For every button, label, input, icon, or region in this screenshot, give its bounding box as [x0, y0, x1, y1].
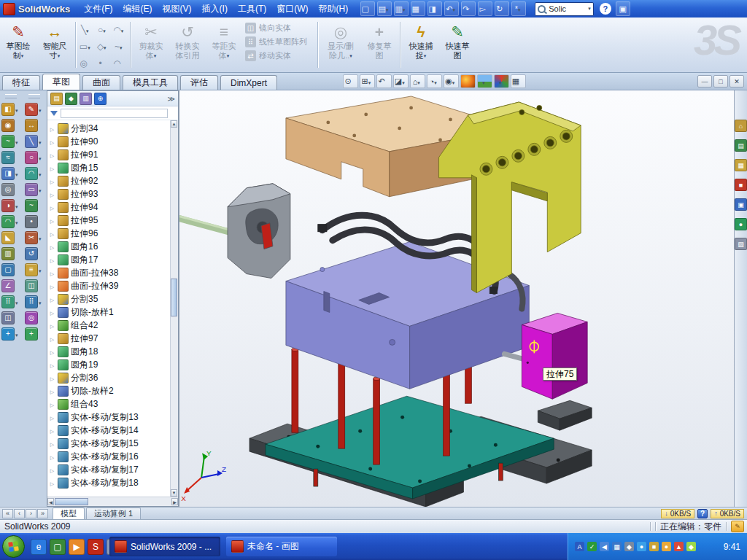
offset-entities-button[interactable]: ≡ 等距实 体▾	[206, 19, 242, 71]
propertymanager-tab-icon[interactable]: ◆	[65, 93, 77, 105]
feature-tree-item[interactable]: 拉伸97	[49, 332, 170, 345]
expand-arrow-icon[interactable]	[49, 333, 55, 343]
expand-arrow-icon[interactable]	[49, 281, 55, 291]
feature-tree-item[interactable]: 拉伸93	[49, 187, 170, 201]
offset-entities-icon[interactable]: ≡	[25, 263, 44, 276]
expand-arrow-icon[interactable]	[49, 307, 55, 317]
expand-arrow-icon[interactable]	[49, 123, 55, 133]
sketch-fillet-icon[interactable]: ◠	[112, 55, 128, 71]
swept-boss-icon[interactable]: ~	[1, 135, 20, 147]
scroll-down-arrow-icon[interactable]: ▼	[171, 489, 177, 497]
save-icon[interactable]: ▥	[394, 1, 409, 16]
fillet-icon[interactable]: ◠	[1, 215, 20, 228]
commandmanager-tab[interactable]: 评估	[180, 75, 218, 90]
menu-item[interactable]: 视图(V)	[158, 1, 197, 18]
section-view-icon[interactable]: ◪	[393, 74, 409, 88]
feature-tree-item[interactable]: 切除-放样1	[49, 306, 170, 319]
start-button[interactable]	[2, 535, 25, 558]
edit-appearance-icon[interactable]	[460, 74, 476, 88]
expand-arrow-icon[interactable]	[49, 163, 55, 173]
new-document-icon[interactable]: ▢	[360, 1, 375, 16]
edit-sketch-indicator-icon[interactable]: ✎	[731, 521, 744, 532]
rectangle-icon[interactable]: ▭	[25, 183, 44, 195]
feature-tree-item[interactable]: 曲面-拉伸38	[49, 266, 170, 279]
rapid-sketch-button[interactable]: ✎ 快速草 图	[439, 19, 476, 71]
feature-tree-item[interactable]: 拉伸92	[49, 174, 170, 187]
convert-entities-icon[interactable]: ↺	[25, 247, 44, 260]
document-tab[interactable]: 模型	[53, 508, 85, 519]
sketch-icon[interactable]: ✎	[25, 103, 44, 115]
expand-arrow-icon[interactable]	[49, 176, 55, 186]
undo-icon[interactable]: ↶	[444, 1, 459, 16]
expand-arrow-icon[interactable]	[49, 136, 55, 147]
feature-tree-item[interactable]: 圆角18	[49, 345, 170, 358]
shell-icon[interactable]: ▢	[1, 263, 20, 276]
expand-arrow-icon[interactable]	[49, 478, 55, 488]
feature-tree-item[interactable]: 组合43	[49, 397, 170, 411]
custom-properties-icon[interactable]: ▧	[735, 238, 747, 250]
hide-show-items-icon[interactable]: ◉	[444, 74, 459, 88]
ellipse-icon[interactable]: ◎	[78, 55, 94, 71]
expand-arrow-icon[interactable]	[49, 464, 55, 475]
featuremanager-tab-icon[interactable]: ▤	[50, 93, 63, 105]
scrollbar-thumb[interactable]	[171, 279, 177, 316]
sketch-pattern-icon[interactable]: ⠿	[25, 295, 44, 308]
help-button[interactable]: ?	[600, 3, 611, 15]
spline-icon[interactable]: ~	[112, 39, 128, 55]
document-tab[interactable]: 运动算例 1	[86, 508, 141, 519]
usb-icon[interactable]: ◆	[624, 542, 634, 551]
feature-tree-item[interactable]: 拉伸91	[49, 148, 170, 161]
convert-entities-button[interactable]: ↺ 转换实 体引用	[169, 19, 206, 71]
commandmanager-tab[interactable]: 模具工具	[123, 75, 178, 90]
expand-arrow-icon[interactable]	[49, 294, 55, 304]
feature-tree-item[interactable]: 实体-移动/复制13	[49, 411, 170, 424]
expand-arrow-icon[interactable]	[49, 254, 55, 265]
menu-item[interactable]: 窗口(W)	[271, 1, 313, 18]
sheet-nav-button[interactable]: ‹	[14, 509, 25, 518]
safely-remove-icon[interactable]: ◆	[686, 542, 696, 551]
tree-vertical-scrollbar[interactable]: ▲ ▼	[170, 120, 178, 497]
menu-item[interactable]: 帮助(H)	[314, 1, 354, 18]
dimxpertmanager-tab-icon[interactable]: ⊕	[94, 93, 107, 105]
expand-arrow-icon[interactable]	[49, 412, 55, 422]
view-palette-icon[interactable]: ▣	[735, 198, 747, 211]
view-settings-icon[interactable]	[494, 74, 509, 88]
scrollbar-thumb[interactable]	[55, 498, 88, 505]
polygon-icon[interactable]: ◇	[95, 39, 111, 55]
expand-arrow-icon[interactable]	[49, 228, 55, 238]
configurationmanager-tab-icon[interactable]: ▥	[80, 93, 92, 105]
chamfer-icon[interactable]: ◣	[1, 231, 20, 244]
sheet-nav-button[interactable]: »	[37, 509, 48, 518]
line-icon[interactable]: ╲	[25, 135, 44, 147]
revolved-boss-icon[interactable]: ◉	[1, 119, 20, 131]
feature-tree-item[interactable]: 圆角17	[49, 253, 170, 266]
filter-input[interactable]	[61, 109, 168, 118]
panel-expand-chevron[interactable]: ≫	[168, 95, 175, 103]
circle-icon[interactable]: ○	[25, 151, 44, 163]
feature-tree-item[interactable]: 组合42	[49, 319, 170, 332]
volume-icon[interactable]: ◀	[600, 542, 609, 551]
rib-icon[interactable]: ▥	[1, 247, 20, 260]
feature-tree-item[interactable]: 圆角19	[49, 358, 170, 371]
feature-tree-item[interactable]: 拉伸96	[49, 227, 170, 240]
toolbar-options-icon[interactable]: ▣	[616, 1, 630, 16]
toolbar-grip[interactable]	[28, 94, 40, 98]
file-explorer-icon[interactable]: ▦	[735, 159, 747, 171]
arc-icon[interactable]: ◠	[112, 22, 128, 38]
expand-arrow-icon[interactable]	[49, 425, 55, 435]
commandmanager-tab[interactable]: 曲面	[82, 75, 120, 90]
expand-arrow-icon[interactable]	[49, 202, 55, 212]
messenger-icon[interactable]: ●	[637, 542, 646, 551]
spline-icon[interactable]: ~	[25, 199, 44, 211]
media-player-icon[interactable]: ▶	[69, 539, 85, 555]
expand-arrow-icon[interactable]	[49, 346, 55, 357]
network-icon[interactable]: ▦	[612, 542, 622, 551]
previous-view-icon[interactable]: ↶	[376, 74, 392, 88]
expand-arrow-icon[interactable]	[49, 320, 55, 330]
feature-tree-item[interactable]: 曲面-拉伸39	[49, 279, 170, 292]
graphics-viewport[interactable]: Y X Z 拉伸75	[179, 90, 734, 507]
line-icon[interactable]: ╲	[78, 22, 94, 38]
search-dropdown-icon[interactable]: ▾	[588, 6, 591, 12]
zoom-area-icon[interactable]: ⊞	[360, 74, 375, 88]
appearances-scenes-icon[interactable]: ●	[735, 218, 747, 230]
